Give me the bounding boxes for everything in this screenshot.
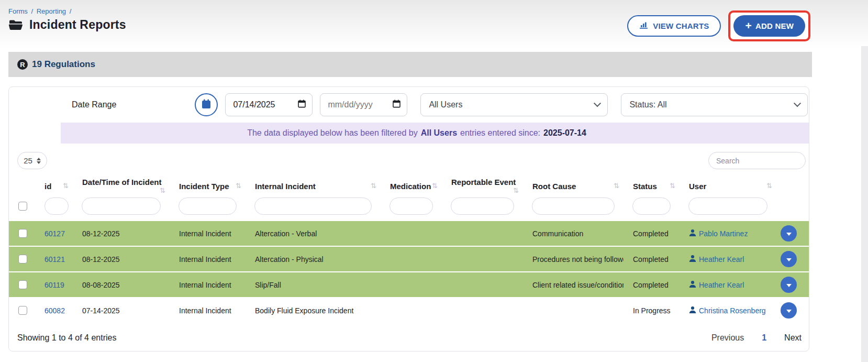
row-checkbox[interactable] (18, 229, 27, 238)
column-header-id[interactable]: id⇅ (35, 173, 73, 196)
filter-input-status[interactable] (632, 198, 671, 215)
table-row: 60119 08-08-2025 Internal Incident Slip/… (9, 272, 809, 298)
row-id-link[interactable]: 60119 (44, 281, 64, 289)
date-range-label: Date Range (72, 100, 116, 109)
filter-info-banner: The data displayed below has been filter… (61, 123, 809, 144)
cell-status: Completed (624, 246, 680, 272)
row-user-link[interactable]: Pablo Martinez (699, 229, 748, 238)
cell-root-cause: Communication (523, 221, 624, 246)
end-date-placeholder: mm/dd/yyyy (328, 100, 372, 109)
table-controls: 25 (9, 144, 809, 173)
breadcrumb-forms[interactable]: Forms (8, 7, 28, 15)
caret-down-icon (786, 284, 792, 287)
person-icon (689, 229, 696, 238)
column-header-date[interactable]: Date/Time of Incident⇅ (73, 173, 170, 196)
column-header-root-cause[interactable]: Root Cause⇅ (523, 173, 624, 196)
view-charts-label: VIEW CHARTS (653, 21, 709, 30)
start-date-input[interactable]: 07/14/2025 (225, 93, 313, 116)
sort-icon[interactable]: ⇅ (371, 182, 376, 190)
filter-input-root-cause[interactable] (532, 198, 615, 215)
column-header-medication[interactable]: Medication⇅ (381, 173, 442, 196)
row-id-link[interactable]: 60127 (44, 229, 65, 238)
caret-down-icon (786, 310, 792, 313)
row-actions-button[interactable] (781, 277, 797, 293)
plus-icon: + (745, 20, 751, 31)
filter-input-id[interactable] (44, 198, 69, 215)
end-date-input[interactable]: mm/dd/yyyy (320, 93, 407, 116)
page-length-select[interactable]: 25 (17, 152, 47, 169)
row-user-link[interactable]: Heather Kearl (699, 255, 744, 264)
vertical-scrollbar[interactable] (861, 46, 868, 362)
person-icon (689, 255, 696, 264)
sort-icon[interactable]: ⇅ (614, 182, 619, 190)
calendar-icon (202, 99, 211, 111)
add-new-button[interactable]: + ADD NEW (733, 15, 805, 37)
cell-status: In Progress (624, 298, 680, 323)
calendar-icon[interactable] (393, 100, 400, 110)
person-icon (689, 306, 696, 315)
date-range-calendar-button[interactable] (195, 93, 218, 116)
row-actions-button[interactable] (781, 251, 797, 267)
sort-icon[interactable]: ⇅ (670, 182, 675, 190)
sort-icon[interactable]: ⇅ (160, 187, 165, 194)
start-date-value: 07/14/2025 (233, 100, 275, 109)
cell-reportable-event (442, 246, 523, 272)
filter-input-reportable-event[interactable] (451, 198, 514, 215)
column-label: Internal Incident (255, 182, 316, 191)
filter-input-internal-incident[interactable] (254, 198, 372, 215)
column-header-status[interactable]: Status⇅ (624, 173, 680, 196)
column-header-internal-incident[interactable]: Internal Incident⇅ (246, 173, 381, 196)
column-label: Incident Type (179, 182, 229, 191)
column-header-actions (776, 173, 809, 196)
breadcrumb-separator: / (68, 7, 73, 15)
cell-incident-type: Internal Incident (170, 221, 246, 246)
column-label: id (44, 182, 51, 191)
caret-down-icon (786, 233, 792, 236)
sort-icon[interactable]: ⇅ (236, 182, 241, 190)
filter-input-incident-type[interactable] (179, 198, 237, 215)
column-header-checkbox (9, 173, 35, 196)
breadcrumb-reporting[interactable]: Reporting (37, 7, 66, 15)
row-id-link[interactable]: 60082 (44, 306, 65, 315)
sort-icon[interactable]: ⇅ (766, 182, 772, 190)
calendar-icon[interactable] (298, 100, 306, 110)
next-page-button[interactable]: Next (784, 333, 802, 343)
view-charts-button[interactable]: VIEW CHARTS (627, 15, 721, 37)
showing-entries-label: Showing 1 to 4 of 4 entries (17, 333, 116, 343)
row-checkbox[interactable] (18, 306, 27, 315)
row-actions-button[interactable] (781, 302, 797, 319)
row-checkbox[interactable] (18, 280, 27, 289)
row-actions-button[interactable] (781, 225, 797, 242)
users-filter-select[interactable]: All Users (420, 93, 608, 116)
cell-incident-type: Internal Incident (170, 272, 246, 298)
filter-input-user[interactable] (688, 198, 767, 215)
row-user-link[interactable]: Heather Kearl (699, 281, 744, 289)
sort-icon[interactable]: ⇅ (513, 187, 519, 194)
column-header-user[interactable]: User⇅ (680, 173, 776, 196)
page-number-button[interactable]: 1 (762, 333, 766, 343)
bar-chart-icon (639, 21, 648, 31)
regulations-label: 19 Regulations (32, 59, 95, 70)
cell-medication (381, 246, 442, 272)
row-user-link[interactable]: Christina Rosenberg (699, 306, 766, 315)
filter-input-date[interactable] (82, 198, 161, 215)
filter-input-medication[interactable] (390, 198, 433, 215)
cell-root-cause: Procedures not being followed (523, 246, 624, 272)
row-id-link[interactable]: 60121 (44, 255, 65, 264)
users-filter-value: All Users (429, 100, 462, 109)
select-all-checkbox[interactable] (18, 202, 27, 211)
cell-status: Completed (624, 221, 680, 246)
regulations-bar[interactable]: R 19 Regulations (8, 52, 812, 77)
sort-icon[interactable]: ⇅ (432, 182, 438, 190)
column-label: Root Cause (532, 182, 576, 191)
row-checkbox[interactable] (18, 255, 27, 264)
column-header-reportable-event[interactable]: Reportable Event⇅ (442, 173, 523, 196)
sort-icon[interactable]: ⇅ (63, 182, 69, 190)
search-input[interactable] (708, 152, 806, 169)
chevron-down-icon (794, 100, 801, 107)
status-filter-select[interactable]: Status: All (621, 93, 808, 116)
column-header-incident-type[interactable]: Incident Type⇅ (170, 173, 246, 196)
page-title: Incident Reports (29, 18, 126, 32)
folder-icon (8, 19, 23, 31)
previous-page-button[interactable]: Previous (711, 333, 744, 343)
